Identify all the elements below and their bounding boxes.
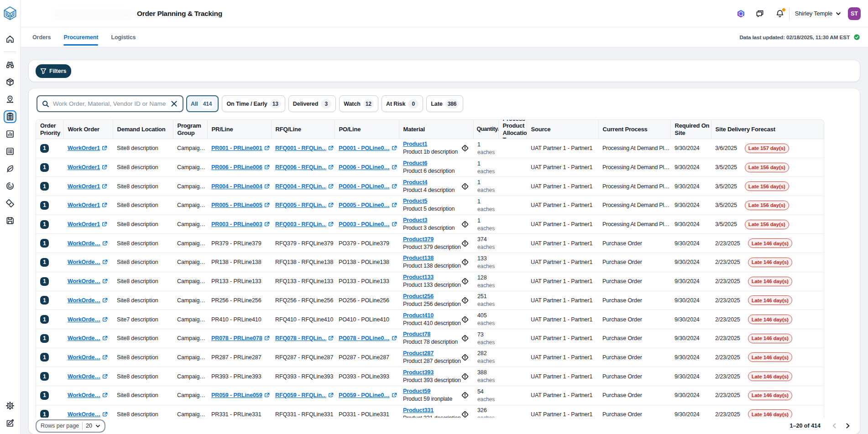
material-link[interactable]: Product3 <box>403 217 461 224</box>
pr-line-link[interactable]: PR004 - PRLine004 <box>211 183 262 190</box>
bell-icon[interactable] <box>775 9 784 18</box>
rfq-line-link[interactable]: RFQ078 - RFQLin… <box>275 335 326 341</box>
work-order-link[interactable]: WorkOrde… <box>68 316 100 323</box>
sidebar-item-spiral-target[interactable] <box>1 177 19 195</box>
quantity-uom: eaches <box>477 206 497 213</box>
sidebar-item-clipboard[interactable] <box>4 110 16 123</box>
work-order-link[interactable]: WorkOrde… <box>68 240 100 247</box>
rfq-line-link[interactable]: RFQ006 - RFQLin… <box>275 164 326 170</box>
material-link[interactable]: Product256 <box>403 293 461 300</box>
pr-line-link[interactable]: PR059 - PRLine059 <box>211 392 262 398</box>
warning-diamond-icon[interactable] <box>461 391 469 399</box>
rfq-line-link[interactable]: RFQ003 - RFQLin… <box>275 221 326 227</box>
filter-chip-all[interactable]: All414 <box>186 95 219 112</box>
material-link[interactable]: Product138 <box>403 254 461 262</box>
warning-diamond-icon[interactable] <box>461 372 469 381</box>
material-link[interactable]: Product6 <box>403 160 472 167</box>
sidebar-item-leaf[interactable] <box>1 160 19 177</box>
material-link[interactable]: Product4 <box>403 179 461 186</box>
user-name[interactable]: Shirley Temple <box>795 10 832 17</box>
filters-button[interactable]: Filters <box>36 64 71 78</box>
pr-line-link[interactable]: PR078 - PRLine078 <box>211 335 262 341</box>
warning-diamond-icon[interactable] <box>461 182 469 191</box>
warning-diamond-icon[interactable] <box>461 220 469 228</box>
warning-diamond-icon[interactable] <box>461 296 469 305</box>
work-order-link[interactable]: WorkOrde… <box>68 392 100 398</box>
warning-diamond-icon[interactable] <box>461 353 469 362</box>
previous-page-button[interactable] <box>831 423 837 429</box>
work-order-link[interactable]: WorkOrde… <box>68 278 100 284</box>
work-order-link[interactable]: WorkOrder1 <box>68 145 100 151</box>
sidebar-item-bar-chart[interactable] <box>1 125 19 143</box>
work-order-link[interactable]: WorkOrde… <box>68 373 100 380</box>
pr-line-link[interactable]: PR003 - PRLine003 <box>211 221 262 227</box>
po-line-link[interactable]: PO078 - POLine0… <box>339 335 390 341</box>
rfq-line-link[interactable]: RFQ004 - RFQLin… <box>275 183 326 190</box>
material-link[interactable]: Product78 <box>403 331 461 338</box>
chat-icon[interactable] <box>755 9 764 18</box>
rfq-line-link[interactable]: RFQ001 - RFQLin… <box>275 145 326 151</box>
work-order-link[interactable]: WorkOrde… <box>68 297 100 304</box>
po-line-link[interactable]: PO003 - POLine0… <box>339 221 390 227</box>
work-order-link[interactable]: WorkOrde… <box>68 335 100 341</box>
warning-diamond-icon[interactable] <box>461 144 469 152</box>
tab-procurement[interactable]: Procurement <box>63 27 98 47</box>
work-order-link[interactable]: WorkOrder1 <box>68 221 100 227</box>
filter-chip-watch[interactable]: Watch12 <box>339 95 378 112</box>
filter-chip-on-time-early[interactable]: On Time / Early13 <box>222 95 285 112</box>
sidebar-item-stacked-squares[interactable] <box>1 195 19 212</box>
sidebar-item-binoculars[interactable] <box>1 56 19 73</box>
work-order-link[interactable]: WorkOrde… <box>68 411 100 418</box>
sidebar-item-home[interactable] <box>1 31 19 48</box>
sidebar-item-location-pin[interactable] <box>1 91 19 108</box>
material-link[interactable]: Product331 <box>403 407 461 414</box>
search-input[interactable] <box>53 100 167 107</box>
warning-diamond-icon[interactable] <box>461 315 469 324</box>
rfq-line-link[interactable]: RFQ005 - RFQLin… <box>275 202 326 208</box>
tab-orders[interactable]: Orders <box>32 27 51 47</box>
filter-chip-late[interactable]: Late386 <box>426 95 463 112</box>
chevron-down-icon[interactable] <box>836 11 841 16</box>
material-link[interactable]: Product410 <box>403 312 461 320</box>
material-link[interactable]: Product393 <box>403 369 461 377</box>
next-page-button[interactable] <box>845 423 851 429</box>
cell-site-delivery-forecast: 2/23/2025Late 146 day(s) <box>711 386 824 405</box>
po-line-link[interactable]: PO004 - POLine0… <box>339 183 390 190</box>
po-line-link[interactable]: PO059 - POLine0… <box>339 392 390 398</box>
material-link[interactable]: Product1 <box>403 140 461 148</box>
filter-chip-at-risk[interactable]: At Risk0 <box>382 95 423 112</box>
pr-line-link[interactable]: PR001 - PRLine001 <box>211 145 262 151</box>
work-order-link[interactable]: WorkOrder1 <box>68 202 100 208</box>
work-order-link[interactable]: WorkOrder1 <box>68 183 100 190</box>
sidebar-item-list-panel[interactable] <box>1 143 19 160</box>
material-link[interactable]: Product287 <box>403 350 461 357</box>
po-line-link[interactable]: PO006 - POLine0… <box>339 164 390 170</box>
pr-line-link[interactable]: PR005 - PRLine005 <box>211 202 262 208</box>
sidebar-item-package[interactable] <box>1 73 19 91</box>
warning-diamond-icon[interactable] <box>461 258 469 266</box>
sidebar-item-edit-square[interactable] <box>1 414 19 432</box>
cell-work-order: WorkOrder1 <box>63 158 113 177</box>
po-line-link[interactable]: PO005 - POLine0… <box>339 202 390 208</box>
rfq-line-link[interactable]: RFQ059 - RFQLin… <box>275 392 326 398</box>
rows-per-page-select[interactable]: Rows per page 20 <box>36 419 105 433</box>
work-order-link[interactable]: WorkOrder1 <box>68 164 100 170</box>
warning-diamond-icon[interactable] <box>461 334 469 342</box>
work-order-link[interactable]: WorkOrde… <box>68 259 100 265</box>
po-line-link[interactable]: PO001 - POLine0… <box>339 145 390 151</box>
material-link[interactable]: Product5 <box>403 197 472 205</box>
sidebar-item-save-disk[interactable] <box>1 212 19 229</box>
work-order-link[interactable]: WorkOrde… <box>68 354 100 361</box>
warning-diamond-icon[interactable] <box>461 277 469 285</box>
material-link[interactable]: Product133 <box>403 274 461 281</box>
filter-chip-delivered[interactable]: Delivered3 <box>288 95 336 112</box>
avatar[interactable]: ST <box>848 7 861 20</box>
warning-diamond-icon[interactable] <box>461 239 469 248</box>
q-assistant-icon[interactable] <box>737 10 745 18</box>
material-link[interactable]: Product379 <box>403 236 461 243</box>
material-link[interactable]: Product59 <box>403 388 461 395</box>
clear-search-button[interactable] <box>171 100 178 107</box>
pr-line-link[interactable]: PR006 - PRLine006 <box>211 164 262 170</box>
tab-logistics[interactable]: Logistics <box>111 27 136 47</box>
sidebar-item-gear[interactable] <box>1 397 19 414</box>
